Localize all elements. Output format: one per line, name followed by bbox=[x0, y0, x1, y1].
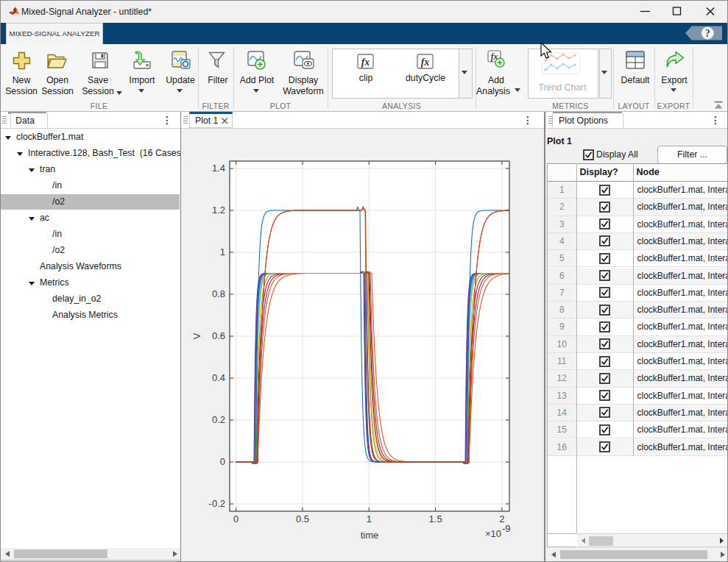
svg-text:×10: ×10 bbox=[485, 528, 501, 539]
svg-text:1.4: 1.4 bbox=[212, 163, 225, 174]
svg-text:1: 1 bbox=[220, 246, 225, 257]
svg-text:time: time bbox=[361, 530, 379, 541]
svg-text:1.5: 1.5 bbox=[429, 513, 442, 524]
svg-text:V: V bbox=[191, 332, 202, 339]
svg-text:-0.2: -0.2 bbox=[209, 498, 225, 509]
svg-text:0: 0 bbox=[220, 456, 225, 467]
svg-text:fx: fx bbox=[361, 57, 370, 68]
svg-text:?: ? bbox=[705, 28, 710, 39]
svg-text:1: 1 bbox=[367, 513, 372, 524]
svg-text:0.2: 0.2 bbox=[212, 414, 225, 425]
svg-text:-9: -9 bbox=[502, 523, 511, 534]
svg-text:1.2: 1.2 bbox=[212, 204, 225, 216]
svg-text:0.5: 0.5 bbox=[296, 513, 309, 524]
svg-text:0.8: 0.8 bbox=[212, 288, 225, 299]
svg-text:fx: fx bbox=[421, 57, 430, 68]
svg-text:0: 0 bbox=[233, 513, 238, 524]
svg-text:0.6: 0.6 bbox=[212, 330, 225, 341]
svg-text:0.4: 0.4 bbox=[212, 372, 225, 383]
